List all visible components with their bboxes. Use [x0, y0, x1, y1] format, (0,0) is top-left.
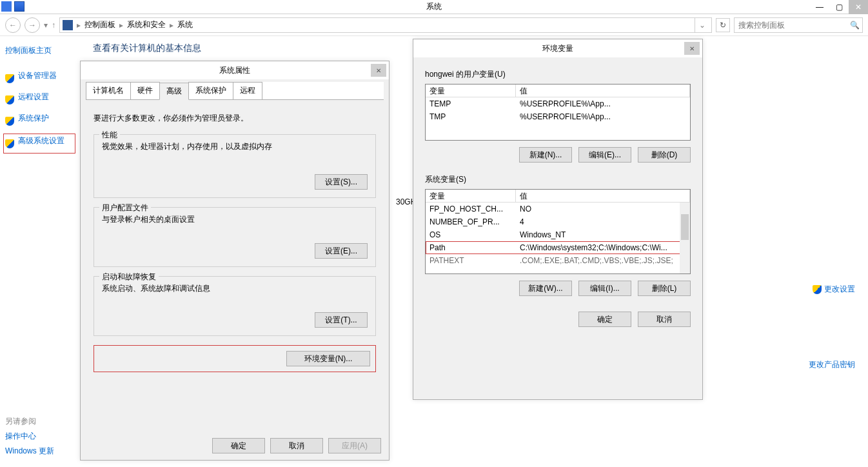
col-variable[interactable]: 变量 [426, 84, 516, 97]
shield-icon [813, 285, 822, 294]
close-icon[interactable]: ✕ [684, 42, 700, 55]
window-title: 系统 [426, 1, 442, 12]
user-vars-label: hongwei 的用户变量(U) [425, 69, 691, 80]
env-button-outline: 环境变量(N)... [94, 345, 376, 372]
up-button[interactable]: ↑ [52, 21, 55, 30]
see-also-link[interactable]: 操作中心 [5, 431, 83, 442]
environment-variables-button[interactable]: 环境变量(N)... [286, 351, 370, 366]
tab-remote[interactable]: 远程 [233, 82, 262, 99]
shield-icon [5, 74, 14, 83]
scrollbar[interactable] [680, 203, 690, 273]
group-desc: 视觉效果，处理器计划，内存使用，以及虚拟内存 [102, 141, 368, 152]
startup-settings-button[interactable]: 设置(T)... [315, 312, 368, 328]
sidebar-item-protection[interactable]: 系统保护 [5, 113, 75, 129]
sidebar: 控制面板主页 设备管理器 远程设置 系统保护 高级系统设置 [0, 36, 80, 467]
breadcrumb[interactable]: 控制面板 [82, 19, 118, 30]
sys-new-button[interactable]: 新建(W)... [519, 281, 572, 296]
navbar: ← → ▾ ↑ ▸ 控制面板 ▸ 系统和安全 ▸ 系统 ⌄ ↻ 🔍 [0, 14, 868, 36]
system-properties-dialog: 系统属性 ✕ 计算机名 硬件 高级 系统保护 远程 要进行大多数更改，你必须作为… [80, 61, 390, 461]
control-panel-icon [63, 20, 73, 30]
back-button[interactable]: ← [5, 17, 21, 33]
sidebar-item-label[interactable]: 系统保护 [18, 113, 49, 124]
cancel-button[interactable]: 取消 [270, 438, 323, 453]
group-desc: 与登录帐户相关的桌面设置 [102, 214, 368, 225]
performance-group: 性能 视觉效果，处理器计划，内存使用，以及虚拟内存 设置(S)... [94, 134, 376, 198]
search-input[interactable] [735, 21, 862, 30]
main-titlebar: 系统 — ▢ ✕ [0, 0, 868, 14]
dialog-titlebar[interactable]: 环境变量 ✕ [413, 39, 702, 57]
apply-button[interactable]: 应用(A) [328, 438, 381, 453]
dialog-title: 系统属性 [219, 65, 250, 76]
list-item[interactable]: FP_NO_HOST_CH... NO [426, 203, 690, 215]
ok-button[interactable]: 确定 [212, 438, 265, 453]
profiles-group: 用户配置文件 与登录帐户相关的桌面设置 设置(E)... [94, 207, 376, 267]
maximize-button[interactable]: ▢ [829, 0, 849, 14]
minimize-button[interactable]: — [810, 0, 829, 14]
tabs: 计算机名 硬件 高级 系统保护 远程 [86, 82, 384, 100]
environment-variables-dialog: 环境变量 ✕ hongwei 的用户变量(U) 变量 值 TEMP %USERP… [413, 39, 703, 400]
shield-icon [5, 95, 14, 104]
group-desc: 系统启动、系统故障和调试信息 [102, 283, 368, 294]
sidebar-item-advanced[interactable]: 高级系统设置 [4, 134, 75, 153]
col-variable[interactable]: 变量 [426, 190, 516, 202]
search-icon: 🔍 [850, 21, 860, 30]
env-ok-button[interactable]: 确定 [578, 312, 631, 327]
titlebar-left-icons [1, 1, 25, 12]
refresh-button[interactable]: ↻ [716, 18, 730, 32]
shield-icon [5, 117, 14, 126]
history-dropdown[interactable]: ▾ [44, 21, 48, 30]
sidebar-item-device-manager[interactable]: 设备管理器 [5, 70, 75, 86]
user-delete-button[interactable]: 删除(D) [638, 147, 691, 163]
group-title: 性能 [99, 130, 120, 141]
startup-group: 启动和故障恢复 系统启动、系统故障和调试信息 设置(T)... [94, 276, 376, 336]
change-settings-link[interactable]: 更改设置 [813, 284, 855, 295]
address-bar[interactable]: ▸ 控制面板 ▸ 系统和安全 ▸ 系统 ⌄ [59, 17, 712, 33]
tab-hardware[interactable]: 硬件 [130, 82, 160, 99]
perf-settings-button[interactable]: 设置(S)... [315, 174, 368, 190]
monitor-icon [14, 1, 25, 12]
list-item[interactable]: PATHEXT .COM;.EXE;.BAT;.CMD;.VBS;.VBE;.J… [426, 254, 690, 267]
forward-button[interactable]: → [25, 17, 40, 33]
dialog-titlebar[interactable]: 系统属性 ✕ [81, 61, 389, 79]
list-item-path[interactable]: Path C:\Windows\system32;C:\Windows;C:\W… [426, 241, 690, 254]
see-also-link[interactable]: Windows 更新 [5, 446, 83, 457]
sidebar-item-label[interactable]: 设备管理器 [18, 70, 57, 81]
close-icon[interactable]: ✕ [371, 64, 386, 77]
col-value[interactable]: 值 [516, 190, 690, 202]
close-button[interactable]: ✕ [849, 0, 868, 14]
shield-icon [5, 139, 14, 148]
group-title: 启动和故障恢复 [99, 272, 159, 283]
list-item[interactable]: TEMP %USERPROFILE%\App... [426, 97, 690, 110]
see-also-header: 另请参阅 [5, 416, 83, 427]
user-edit-button[interactable]: 编辑(E)... [578, 147, 631, 163]
list-item[interactable]: NUMBER_OF_PR... 4 [426, 215, 690, 228]
address-dropdown[interactable]: ⌄ [695, 18, 709, 32]
sys-edit-button[interactable]: 编辑(I)... [578, 281, 631, 296]
search-box[interactable]: 🔍 [734, 17, 863, 33]
tab-protection[interactable]: 系统保护 [188, 82, 233, 99]
breadcrumb[interactable]: 系统 [175, 19, 195, 30]
see-also: 另请参阅 操作中心 Windows 更新 [5, 416, 83, 461]
list-item[interactable]: OS Windows_NT [426, 228, 690, 241]
admin-note: 要进行大多数更改，你必须作为管理员登录。 [94, 113, 376, 124]
sys-delete-button[interactable]: 删除(L) [638, 281, 691, 296]
sidebar-item-label[interactable]: 远程设置 [18, 92, 49, 103]
col-value[interactable]: 值 [516, 84, 690, 97]
tab-computer-name[interactable]: 计算机名 [86, 82, 131, 99]
sys-vars-label: 系统变量(S) [425, 174, 691, 185]
tab-advanced[interactable]: 高级 [159, 83, 189, 100]
user-new-button[interactable]: 新建(N)... [519, 147, 572, 163]
profiles-settings-button[interactable]: 设置(E)... [315, 243, 368, 259]
change-product-key-link[interactable]: 更改产品密钥 [809, 359, 855, 370]
sys-vars-list[interactable]: 变量 值 FP_NO_HOST_CH... NO NUMBER_OF_PR...… [425, 189, 691, 274]
sidebar-item-label[interactable]: 高级系统设置 [18, 135, 64, 146]
breadcrumb[interactable]: 系统和安全 [124, 19, 168, 30]
list-item[interactable]: TMP %USERPROFILE%\App... [426, 110, 690, 123]
env-cancel-button[interactable]: 取消 [638, 312, 691, 327]
group-title: 用户配置文件 [99, 203, 151, 214]
control-panel-home-link[interactable]: 控制面板主页 [5, 45, 75, 56]
sidebar-item-remote[interactable]: 远程设置 [5, 92, 75, 108]
user-vars-list[interactable]: 变量 值 TEMP %USERPROFILE%\App... TMP %USER… [425, 84, 691, 141]
dialog-title: 环境变量 [542, 43, 573, 54]
app-icon-small [1, 1, 12, 12]
